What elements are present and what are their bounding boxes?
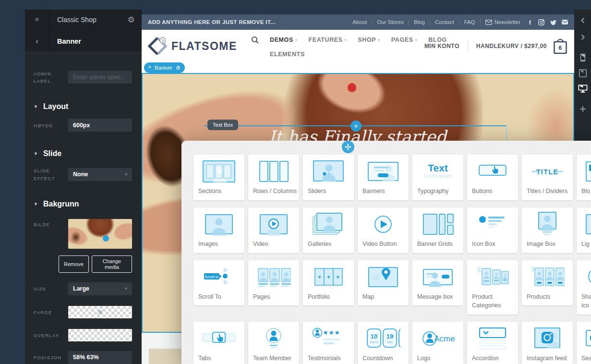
element-tile-buttons[interactable]: Buttons	[467, 155, 518, 200]
close-icon[interactable]: ×	[25, 10, 49, 30]
twitter-icon[interactable]	[550, 19, 556, 25]
add-section-plus-icon[interactable]	[579, 106, 586, 112]
color-swatch[interactable]: ×	[68, 306, 132, 318]
tile-label: Lig	[577, 239, 591, 253]
element-tile-portfolio[interactable]: +++Portfolio	[303, 260, 354, 306]
svg-text:★: ★	[323, 329, 328, 336]
tabs-icon	[193, 322, 244, 353]
bilde-label: BILDE	[34, 219, 68, 228]
desktop-preview-icon[interactable]	[578, 85, 588, 93]
banner-element-chip[interactable]: ^ Banner ⚙	[144, 62, 185, 73]
element-tile-instagram-feed[interactable]: Instagram feed	[522, 322, 573, 364]
element-tile-logo[interactable]: AcmeLogo	[412, 322, 463, 364]
element-tile-galleries[interactable]: Galleries	[303, 207, 354, 253]
flatsome-logo[interactable]: 3 FLATSOME	[148, 36, 237, 56]
element-tile-message-box[interactable]: Message box	[412, 260, 463, 306]
gear-icon[interactable]: ⚙	[121, 15, 142, 25]
element-tile-testimonials[interactable]: ★★★Testimonials	[303, 322, 354, 364]
chevron-left-icon[interactable]	[580, 17, 586, 24]
collapse-caret-icon[interactable]: ▼	[34, 202, 38, 206]
change-media-button[interactable]: Change media	[92, 255, 132, 273]
element-tile-products[interactable]: $Products	[522, 260, 573, 306]
collapse-caret-icon[interactable]: ▼	[34, 104, 38, 109]
element-tile-blocks[interactable]: Blo	[577, 155, 591, 200]
element-tile-video-button[interactable]: Video Button	[358, 207, 409, 253]
cart-link[interactable]: HANDLEKURV / $297,00	[476, 43, 547, 49]
admin-label-label: ADMIN LABEL	[34, 70, 68, 85]
logo-diamond-icon: 3	[148, 36, 167, 56]
element-tile-image-box[interactable]: Image Box	[522, 207, 573, 253]
focal-point-dot[interactable]	[103, 235, 109, 242]
element-tile-product-categories[interactable]: $Product Categories	[467, 260, 518, 315]
tablet-preview-icon[interactable]	[579, 69, 587, 77]
element-tile-titles-dividers[interactable]: TITLETitles / Dividers	[522, 155, 573, 200]
topbar-link-blog[interactable]: Blog	[409, 19, 430, 25]
svg-text:10: 10	[371, 333, 377, 340]
element-tile-share-icons[interactable]: Sha ico	[577, 260, 591, 315]
topbar-link-our-stores[interactable]: Our Stores	[372, 19, 409, 25]
element-tile-banners[interactable]: Banners	[358, 155, 409, 200]
svg-text:+: +	[318, 273, 322, 280]
size-select[interactable]: Large ▾	[68, 282, 132, 295]
cart-count-badge: 6	[553, 45, 568, 51]
topbar-link-faq[interactable]: FAQ	[459, 19, 480, 25]
remove-button[interactable]: Remove	[59, 255, 89, 273]
phone-preview-icon[interactable]	[580, 53, 586, 62]
no-color-x-icon: ×	[97, 307, 103, 316]
element-tile-pages[interactable]: Pages	[248, 260, 299, 306]
element-tile-icon-box[interactable]: Icon Box	[467, 207, 518, 253]
element-tile-sliders[interactable]: Sliders	[303, 155, 354, 200]
element-tile-accordion[interactable]: Accordion	[467, 322, 518, 364]
topbar-link-contact[interactable]: Contact	[430, 19, 459, 25]
hoyde-input[interactable]: 600px	[68, 119, 132, 132]
move-handle[interactable]	[342, 141, 354, 153]
instagram-icon[interactable]	[538, 19, 544, 25]
element-tile-video[interactable]: Video	[248, 207, 299, 253]
lightbox-icon	[577, 207, 591, 239]
element-tile-tabs[interactable]: Tabs	[193, 322, 244, 364]
divider	[468, 40, 468, 52]
facebook-icon[interactable]: f	[527, 19, 533, 25]
back-icon[interactable]: ‹	[25, 30, 49, 52]
svg-text:Text: Text	[428, 162, 448, 173]
account-link[interactable]: MIN KONTO	[424, 43, 459, 49]
newsletter-link[interactable]: Newsletter	[481, 19, 525, 25]
add-element-button[interactable]: +	[350, 121, 362, 132]
nav-item-elements[interactable]: ELEMENTS	[270, 51, 305, 58]
chevron-up-icon[interactable]: ^	[148, 65, 151, 71]
typography-icon: TextLorem ipsum	[412, 155, 463, 186]
hoyde-label: HØYDE	[34, 121, 68, 129]
background-image-thumbnail[interactable]	[68, 219, 132, 249]
background-section-title: ▼Bakgrunn	[25, 200, 142, 208]
nav-item-demos[interactable]: DEMOS▾	[270, 36, 297, 43]
element-tile-lightbox[interactable]: Lig	[577, 207, 591, 253]
element-tile-team-member[interactable]: Team Member	[248, 322, 299, 364]
element-tile-images[interactable]: Images	[193, 207, 244, 253]
cart-bag-icon[interactable]: 6	[553, 37, 568, 55]
element-tile-map[interactable]: Map	[358, 260, 409, 306]
admin-label-input[interactable]: Enter admin label...	[68, 71, 132, 84]
slide-effect-select[interactable]: None ▾	[68, 168, 132, 181]
nav-item-features[interactable]: FEATURES▾	[308, 36, 347, 43]
gear-icon[interactable]: ⚙	[176, 65, 181, 71]
element-tile-search[interactable]: Sea	[577, 322, 591, 364]
chevron-right-icon[interactable]	[580, 34, 586, 40]
svg-text:3: 3	[162, 38, 164, 43]
element-tile-scroll-to[interactable]: Scroll toScroll To	[193, 260, 244, 306]
nav-item-pages[interactable]: PAGES▾	[391, 36, 417, 43]
builder-sidebar: × Classic Shop ⚙ ‹ Banner ADMIN LABEL En…	[25, 10, 142, 364]
posisjon-input[interactable]: 58% 63%	[68, 351, 132, 364]
tile-label: Pages	[248, 291, 299, 306]
element-tile-countdown[interactable]: 10DAYS19MINCountdown	[358, 322, 409, 364]
element-tile-sections[interactable]: Sections	[193, 155, 244, 200]
topbar-link-about[interactable]: About	[348, 19, 372, 25]
email-icon[interactable]	[562, 20, 568, 24]
search-icon[interactable]	[251, 36, 259, 44]
element-tile-banner-grids[interactable]: Banner Grids	[412, 207, 463, 253]
element-tile-typography[interactable]: TextLorem ipsumTypography	[412, 155, 463, 200]
caret-down-icon: ▾	[125, 286, 127, 291]
overlay-swatch[interactable]	[68, 329, 132, 341]
collapse-caret-icon[interactable]: ▼	[34, 151, 38, 156]
element-tile-rows-columns[interactable]: Rows / Columns	[248, 155, 299, 200]
nav-item-shop[interactable]: SHOP▾	[358, 36, 380, 43]
